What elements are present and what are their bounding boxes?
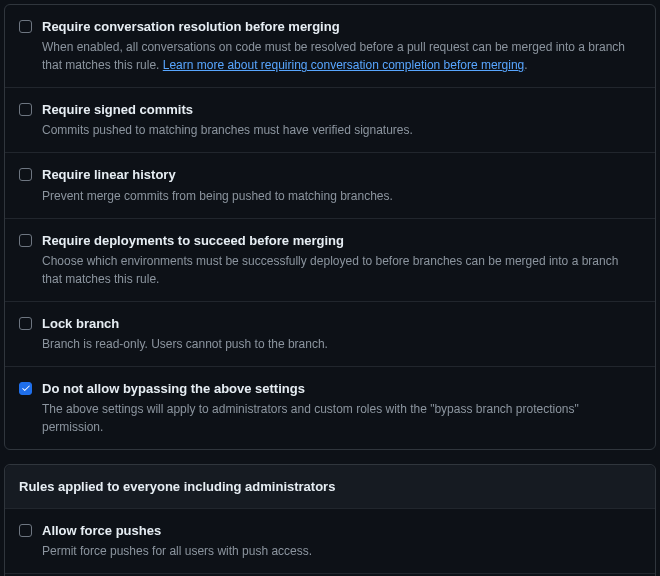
- rule-title: Require conversation resolution before m…: [42, 18, 641, 36]
- rule-desc: Branch is read-only. Users cannot push t…: [42, 335, 641, 353]
- rule-body: Require conversation resolution before m…: [42, 18, 641, 74]
- rule-title: Do not allow bypassing the above setting…: [42, 380, 641, 398]
- rule-linear-history: Require linear history Prevent merge com…: [5, 153, 655, 218]
- rule-title: Require linear history: [42, 166, 641, 184]
- checkbox-linear-history[interactable]: [19, 168, 32, 181]
- rule-desc: Prevent merge commits from being pushed …: [42, 187, 641, 205]
- rule-desc: When enabled, all conversations on code …: [42, 38, 641, 74]
- rule-signed-commits: Require signed commits Commits pushed to…: [5, 88, 655, 153]
- check-icon: [21, 383, 31, 393]
- rule-body: Require deployments to succeed before me…: [42, 232, 641, 288]
- rule-desc: Choose which environments must be succes…: [42, 252, 641, 288]
- checkbox-deployments-succeed[interactable]: [19, 234, 32, 247]
- section-header: Rules applied to everyone including admi…: [5, 465, 655, 509]
- rule-lock-branch: Lock branch Branch is read-only. Users c…: [5, 302, 655, 367]
- rule-title: Allow force pushes: [42, 522, 641, 540]
- branch-protection-rules-top: Require conversation resolution before m…: [4, 4, 656, 450]
- learn-more-link[interactable]: Learn more about requiring conversation …: [163, 58, 525, 72]
- rules-everyone-section: Rules applied to everyone including admi…: [4, 464, 656, 576]
- rule-desc: Permit force pushes for all users with p…: [42, 542, 641, 560]
- checkbox-allow-force-pushes[interactable]: [19, 524, 32, 537]
- checkbox-lock-branch[interactable]: [19, 317, 32, 330]
- checkbox-signed-commits[interactable]: [19, 103, 32, 116]
- rule-desc-post: .: [524, 58, 527, 72]
- checkbox-no-bypassing[interactable]: [19, 382, 32, 395]
- rule-body: Allow force pushes Permit force pushes f…: [42, 522, 641, 560]
- rule-body: Lock branch Branch is read-only. Users c…: [42, 315, 641, 353]
- rule-allow-force-pushes: Allow force pushes Permit force pushes f…: [5, 509, 655, 574]
- rule-body: Require linear history Prevent merge com…: [42, 166, 641, 204]
- rule-title: Require signed commits: [42, 101, 641, 119]
- rule-conversation-resolution: Require conversation resolution before m…: [5, 5, 655, 88]
- rule-deployments-succeed: Require deployments to succeed before me…: [5, 219, 655, 302]
- rule-desc: Commits pushed to matching branches must…: [42, 121, 641, 139]
- rule-desc: The above settings will apply to adminis…: [42, 400, 641, 436]
- rule-title: Lock branch: [42, 315, 641, 333]
- rule-title: Require deployments to succeed before me…: [42, 232, 641, 250]
- rule-body: Require signed commits Commits pushed to…: [42, 101, 641, 139]
- rule-no-bypassing: Do not allow bypassing the above setting…: [5, 367, 655, 449]
- rule-body: Do not allow bypassing the above setting…: [42, 380, 641, 436]
- checkbox-conversation-resolution[interactable]: [19, 20, 32, 33]
